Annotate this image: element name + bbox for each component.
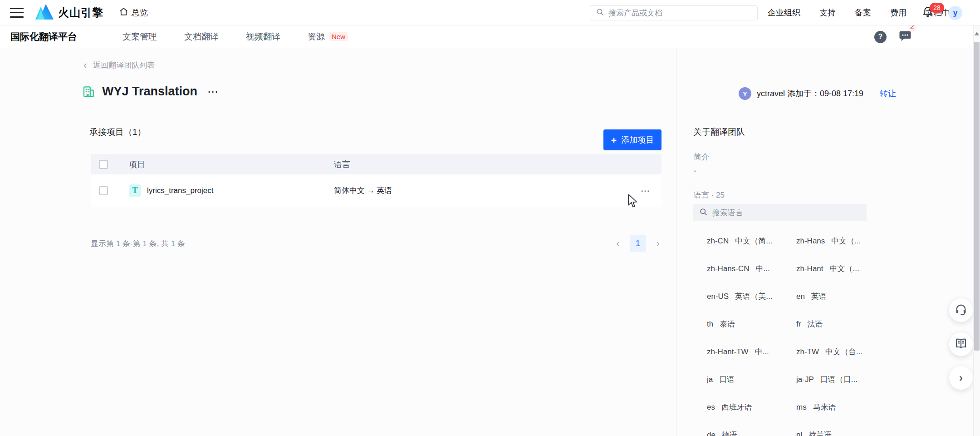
chevron-left-icon: ‹ [83,60,87,70]
documentation-button[interactable] [949,332,973,356]
list-item: de德语 [707,421,796,436]
team-more-icon[interactable]: ⋯ [207,85,219,98]
plus-icon: + [611,135,617,145]
table-header-row: 项目 语言 [91,154,662,174]
project-name[interactable]: lyrics_trans_project [147,186,213,195]
list-item: zh-TW中文（台... [796,338,867,366]
home-icon [119,7,128,18]
open-book-icon [955,337,967,352]
team-building-icon [82,85,95,99]
prev-page-icon[interactable]: ‹ [614,238,622,249]
app-title: 国际化翻译平台 [10,30,77,43]
list-item: th泰语 [707,310,796,338]
team-info-sidebar: 关于翻译团队 简介 - 语言 · 25 zh-CN中文（简... zh-Hans… [693,48,867,436]
overview-nav-item[interactable]: 总览 [119,7,148,18]
content-sidebar-divider [676,48,676,436]
intro-label: 简介 [694,152,709,162]
row-more-icon[interactable]: ⋯ [630,185,662,196]
list-item: ja-JP日语（日... [796,366,867,393]
overview-label: 总览 [132,7,148,18]
next-page-icon[interactable]: › [654,238,662,249]
search-icon [596,8,604,18]
nav-divider [160,7,160,18]
projects-section-title: 承接项目（1） [89,126,146,138]
pagination-summary: 显示第 1 条-第 1 条, 共 1 条 [91,238,185,249]
headset-icon [955,303,967,317]
page-content: ‹ 返回翻译团队列表 WYJ Translation ⋯ Y yctravel … [0,48,980,436]
app-header-actions: ? 2 [874,25,912,48]
tab-copy-management[interactable]: 文案管理 [122,31,157,43]
language-count-label: 语言 · 25 [694,190,725,200]
volcengine-logo[interactable]: 火山引擎 [34,4,103,21]
list-item: zh-Hant中文（... [796,255,867,282]
list-item: en英语 [796,282,867,310]
tab-resources[interactable]: 资源 New [308,31,348,43]
pagination: 显示第 1 条-第 1 条, 共 1 条 ‹ 1 › [91,235,662,252]
list-item: ja日语 [707,366,796,393]
nav-link-billing[interactable]: 费用 [890,7,906,18]
tab-video-translation[interactable]: 视频翻译 [246,31,280,43]
page-scrollbar[interactable] [973,25,980,436]
nav-link-org[interactable]: 企业组织 [768,7,800,18]
page-number-1[interactable]: 1 [630,235,646,252]
app-tabs: 文案管理 文档翻译 视频翻译 资源 New [122,31,348,43]
notification-badge: 28 [930,3,944,13]
product-search-input[interactable] [608,9,752,18]
language-list: zh-CN中文（简... zh-Hans中文（... zh-Hans-CN中..… [707,227,867,436]
language-pair: 简体中文 → 英语 [334,185,392,196]
chevron-right-icon: › [959,372,963,384]
search-icon [699,208,708,218]
feedback-chat-icon[interactable]: 2 [898,29,912,45]
list-item: ms马来语 [796,393,867,421]
add-project-button[interactable]: + 添加项目 [603,129,662,150]
expand-panel-button[interactable]: › [949,366,973,390]
team-title-row: WYJ Translation ⋯ [82,84,219,99]
new-badge: New [329,32,348,41]
table-row[interactable]: T lyrics_trans_project 简体中文 → 英语 ⋯ [91,174,662,207]
list-item: zh-CN中文（简... [707,227,796,255]
nav-link-support[interactable]: 支持 [819,7,836,18]
tab-document-translation[interactable]: 文档翻译 [184,31,219,43]
scroll-up-arrow-icon[interactable] [975,32,979,35]
select-all-checkbox[interactable] [99,160,108,169]
list-item: nl荷兰语 [796,421,867,436]
language-search[interactable] [693,204,867,221]
user-avatar[interactable]: y [948,6,962,20]
intro-value: - [694,166,696,176]
transfer-link[interactable]: 转让 [880,88,896,99]
list-item: zh-Hans-CN中... [707,255,796,282]
customer-service-button[interactable] [949,298,973,322]
top-navbar: 火山引擎 总览 企业组织 支持 备案 费用 文档中心 28 y [0,0,980,25]
row-checkbox[interactable] [99,186,108,195]
projects-table: 项目 语言 T lyrics_trans_project 简体中文 → 英语 ⋯ [91,154,662,207]
product-search[interactable] [590,5,758,20]
back-to-team-list[interactable]: ‹ 返回翻译团队列表 [83,60,155,70]
nav-link-record[interactable]: 备案 [855,7,871,18]
scrollbar-thumb[interactable] [974,42,980,351]
hamburger-menu-icon[interactable] [10,8,24,18]
language-search-input[interactable] [712,208,861,218]
brand-name: 火山引擎 [58,5,103,20]
mountain-logo-icon [34,4,54,21]
notification-bell[interactable]: 28 [922,6,936,20]
list-item: zh-Hant-TW中... [707,338,796,366]
list-item: fr法语 [796,310,867,338]
team-name: WYJ Translation [102,84,197,99]
column-header-project: 项目 [116,159,334,170]
project-type-icon: T [129,184,141,197]
column-header-language: 语言 [334,159,630,170]
help-icon[interactable]: ? [874,31,887,43]
list-item: es西班牙语 [707,393,796,421]
list-item: zh-Hans中文（... [796,227,867,255]
sidebar-title: 关于翻译团队 [693,126,745,138]
list-item: en-US英语（美... [707,282,796,310]
app-header: 国际化翻译平台 文案管理 文档翻译 视频翻译 资源 New ? 2 [0,25,980,48]
